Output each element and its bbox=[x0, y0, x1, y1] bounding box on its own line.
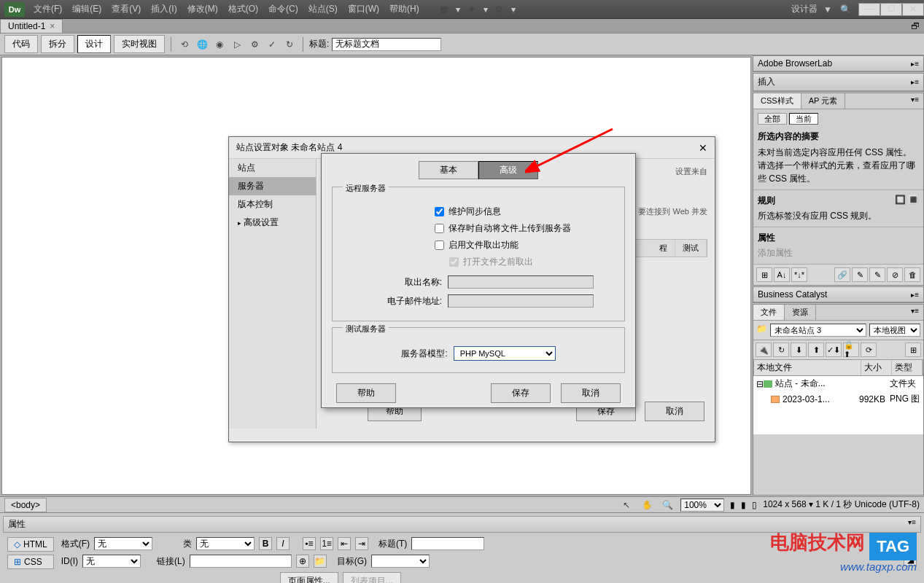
inner-cancel-button[interactable]: 取消 bbox=[561, 383, 621, 403]
menu-insert[interactable]: 插入(I) bbox=[147, 3, 181, 15]
menu-file[interactable]: 文件(F) bbox=[29, 3, 66, 15]
server-debug-icon[interactable]: ◉ bbox=[212, 37, 227, 52]
workspace-dropdown[interactable]: ▼ bbox=[823, 4, 832, 15]
menu-view[interactable]: 查看(V) bbox=[107, 3, 145, 15]
restore-doc-icon[interactable]: 🗗 bbox=[911, 21, 920, 31]
panel-menu-icon[interactable]: ▸≡ bbox=[911, 78, 919, 86]
outdent-icon[interactable]: ⇤ bbox=[338, 537, 351, 550]
sidebar-item-site[interactable]: 站点 bbox=[229, 159, 316, 177]
page-properties-button[interactable]: 页面属性... bbox=[280, 572, 338, 583]
get-files-icon[interactable]: ⬇ bbox=[791, 343, 807, 357]
close-tab-icon[interactable]: × bbox=[50, 21, 55, 31]
pointer-tool-icon[interactable]: ↖ bbox=[619, 498, 634, 512]
sync-checkbox[interactable] bbox=[435, 207, 444, 216]
menu-format[interactable]: 格式(O) bbox=[224, 3, 263, 15]
code-view-button[interactable]: 代码 bbox=[4, 35, 38, 53]
site-mgr-icon[interactable]: ⚙ bbox=[492, 2, 507, 17]
expand-icon[interactable]: ⊞ bbox=[905, 343, 921, 357]
inner-save-button[interactable]: 保存 bbox=[491, 383, 551, 403]
css-mode-button[interactable]: ⊞CSS bbox=[7, 555, 54, 569]
indent-icon[interactable]: ⇥ bbox=[355, 537, 368, 550]
list-items-button[interactable]: 列表项目... bbox=[343, 572, 401, 583]
sidebar-item-server[interactable]: 服务器 bbox=[229, 177, 316, 195]
tree-collapse-icon[interactable]: ⊟ bbox=[756, 379, 764, 389]
edit-rule-icon[interactable]: ✎ bbox=[869, 267, 885, 282]
rules-cascade-icon[interactable]: 🔲 🔳 bbox=[895, 195, 919, 207]
preview-icon[interactable]: ▷ bbox=[230, 37, 244, 52]
hand-tool-icon[interactable]: ✋ bbox=[640, 498, 654, 512]
refresh-files-icon[interactable]: ↻ bbox=[773, 343, 789, 357]
id-select[interactable]: 无 bbox=[82, 555, 141, 568]
bold-icon[interactable]: B bbox=[259, 537, 272, 550]
server-model-select[interactable]: PHP MySQL bbox=[454, 346, 556, 361]
col-type[interactable]: 类型 bbox=[892, 360, 923, 375]
ol-icon[interactable]: 1≡ bbox=[320, 537, 333, 550]
assets-tab[interactable]: 资源 bbox=[785, 305, 816, 320]
checkout-icon[interactable]: ✓⬇ bbox=[826, 343, 842, 357]
dialog-close-icon[interactable]: ✕ bbox=[699, 142, 707, 154]
live-view-button[interactable]: 实时视图 bbox=[114, 35, 165, 53]
panel-menu-icon[interactable]: ▸≡ bbox=[911, 291, 919, 299]
point-to-file-icon[interactable]: ⊕ bbox=[296, 555, 309, 568]
page-title-input[interactable] bbox=[332, 38, 441, 51]
panel-menu-icon[interactable]: ▾≡ bbox=[908, 518, 916, 531]
class-select[interactable]: 无 bbox=[196, 537, 255, 550]
viewport-med-icon[interactable]: ▮ bbox=[741, 500, 746, 510]
maximize-button[interactable]: ☐ bbox=[880, 3, 902, 16]
link-input[interactable] bbox=[190, 555, 292, 568]
design-view-button[interactable]: 设计 bbox=[77, 35, 111, 53]
menu-edit[interactable]: 编辑(E) bbox=[68, 3, 106, 15]
file-row[interactable]: 2023-03-1... 992KB PNG 图 bbox=[753, 391, 923, 407]
menu-help[interactable]: 帮助(H) bbox=[385, 3, 424, 15]
outer-cancel-button[interactable]: 取消 bbox=[645, 402, 704, 421]
browser-nav-icon[interactable]: ✓ bbox=[265, 37, 279, 52]
disable-css-icon[interactable]: ⊘ bbox=[887, 267, 903, 282]
panel-menu-icon[interactable]: ▸≡ bbox=[911, 60, 919, 68]
sync-icon[interactable]: ⟳ bbox=[861, 343, 877, 357]
site-root-row[interactable]: ⊟ 站点 - 未命... 文件夹 bbox=[753, 376, 923, 391]
business-catalyst-title[interactable]: Business Catalyst bbox=[758, 289, 827, 300]
delete-css-icon[interactable]: 🗑 bbox=[904, 267, 920, 282]
menu-command[interactable]: 命令(C) bbox=[264, 3, 303, 15]
col-localfile[interactable]: 本地文件 bbox=[754, 360, 861, 375]
checkout-checkbox[interactable] bbox=[435, 240, 444, 250]
basic-tab-button[interactable]: 基本 bbox=[419, 161, 478, 179]
extend-icon[interactable]: ✦ bbox=[465, 2, 479, 17]
menu-window[interactable]: 窗口(W) bbox=[343, 3, 384, 15]
extend-dropdown[interactable]: ▾ bbox=[479, 4, 492, 15]
menu-modify[interactable]: 修改(M) bbox=[183, 3, 222, 15]
files-tab[interactable]: 文件 bbox=[753, 305, 785, 320]
show-set-icon[interactable]: *↓* bbox=[791, 267, 807, 282]
css-styles-tab[interactable]: CSS样式 bbox=[753, 93, 801, 109]
insert-panel-title[interactable]: 插入 bbox=[758, 76, 775, 88]
show-category-icon[interactable]: ⊞ bbox=[756, 267, 772, 282]
refresh-icon[interactable]: ⚙ bbox=[247, 37, 262, 52]
menu-site[interactable]: 站点(S) bbox=[304, 3, 342, 15]
auto-upload-checkbox[interactable] bbox=[435, 224, 444, 233]
css-current-button[interactable]: 当前 bbox=[789, 113, 818, 125]
sidebar-item-advanced[interactable]: 高级设置 bbox=[229, 214, 316, 232]
put-files-icon[interactable]: ⬆ bbox=[808, 343, 824, 357]
tag-selector[interactable]: <body> bbox=[4, 498, 47, 512]
attach-css-icon[interactable]: 🔗 bbox=[834, 267, 850, 282]
inspect-icon[interactable]: 🌐 bbox=[195, 37, 209, 52]
sidebar-item-version[interactable]: 版本控制 bbox=[229, 195, 316, 214]
connect-icon[interactable]: 🔌 bbox=[756, 343, 772, 357]
site-select[interactable]: 未命名站点 3 bbox=[770, 324, 866, 337]
sort-az-icon[interactable]: A↓ bbox=[774, 267, 790, 282]
panel-menu-icon[interactable]: ▾≡ bbox=[906, 305, 923, 320]
add-property-link[interactable]: 添加属性 bbox=[758, 247, 919, 259]
checkin-icon[interactable]: 🔒⬆ bbox=[843, 343, 859, 357]
site-mgr-dropdown[interactable]: ▾ bbox=[507, 4, 520, 15]
layout-icon[interactable]: ▦ bbox=[437, 2, 451, 17]
col-size[interactable]: 大小 bbox=[861, 360, 892, 375]
zoom-select[interactable]: 100% bbox=[680, 498, 724, 512]
italic-icon[interactable]: I bbox=[276, 537, 290, 550]
close-button[interactable]: ✕ bbox=[902, 3, 924, 16]
html-mode-button[interactable]: ◇HTML bbox=[7, 537, 54, 552]
options-icon[interactable]: ↻ bbox=[282, 37, 297, 52]
format-select[interactable]: 无 bbox=[94, 537, 152, 550]
workspace-label[interactable]: 设计器 bbox=[791, 3, 818, 15]
title-input[interactable] bbox=[411, 537, 484, 550]
split-view-button[interactable]: 拆分 bbox=[41, 35, 74, 53]
